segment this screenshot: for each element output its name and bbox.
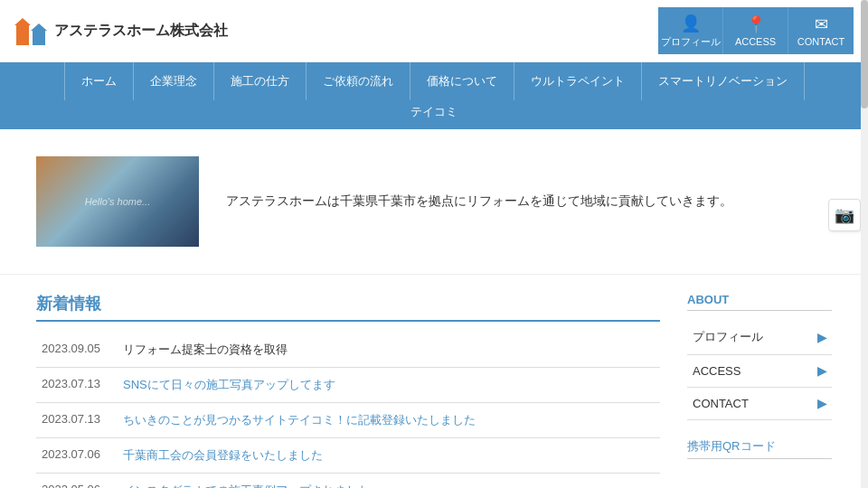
svg-rect-1 [33, 31, 45, 45]
instagram-icon: 📷 [835, 205, 854, 225]
chevron-right-icon: ▶ [817, 364, 826, 378]
hero-section: Hello's home... アステラスホームは千葉県千葉市を拠点にリフォーム… [0, 129, 868, 275]
sidebar-access-label: ACCESS [693, 364, 741, 378]
logo: アステラスホーム株式会社 [14, 14, 228, 47]
sidebar-contact-label: CONTACT [693, 397, 749, 410]
news-link[interactable]: インスタグラムでの施工事例アップされました。 [123, 483, 382, 488]
top-nav-buttons: 👤 プロフィール 📍 ACCESS ✉ CONTACT [658, 7, 854, 54]
sidebar-item-access[interactable]: ACCESS ▶ [687, 355, 832, 388]
header: アステラスホーム株式会社 👤 プロフィール 📍 ACCESS ✉ CONTACT [0, 0, 868, 62]
table-row: 2023.07.13 SNSにて日々の施工写真アップしてます [36, 368, 660, 403]
chevron-right-icon: ▶ [817, 397, 826, 410]
news-text: リフォーム提案士の資格を取得 [118, 333, 660, 368]
profile-icon: 👤 [681, 14, 701, 33]
scrollbar-thumb[interactable] [861, 0, 868, 108]
news-date: 2023.09.05 [36, 333, 118, 368]
news-date: 2023.07.13 [36, 403, 118, 438]
svg-rect-0 [16, 25, 29, 45]
nav-philosophy[interactable]: 企業理念 [134, 62, 214, 100]
contact-label: CONTACT [797, 36, 844, 47]
scrollbar-track[interactable] [861, 0, 868, 488]
sidebar-profile-label: プロフィール [693, 329, 763, 345]
table-row: 2023.07.13 ちいきのことが見つかるサイトテイコミ！に記載登録いたしまし… [36, 403, 660, 438]
chevron-right-icon: ▶ [817, 331, 826, 344]
contact-icon: ✉ [815, 14, 828, 34]
nav-ultrapaint[interactable]: ウルトラペイント [514, 62, 642, 100]
instagram-button[interactable]: 📷 [828, 199, 861, 231]
sidebar-qr: 携帯用QRコード [687, 438, 832, 459]
svg-marker-2 [14, 18, 31, 25]
table-row: 2023.05.06 インスタグラムでの施工事例アップされました。 [36, 474, 660, 489]
nav-construction[interactable]: 施工の仕方 [214, 62, 307, 100]
news-link[interactable]: 千葉商工会の会員登録をいたしました [123, 448, 323, 462]
nav-smart[interactable]: スマートリノベーション [642, 62, 805, 100]
content-wrapper: 新着情報 2023.09.05 リフォーム提案士の資格を取得 2023.07.1… [0, 275, 868, 488]
access-label: ACCESS [735, 36, 776, 47]
nav-home[interactable]: ホーム [64, 62, 134, 100]
news-title: 新着情報 [36, 293, 660, 322]
news-date: 2023.05.06 [36, 474, 118, 489]
hero-image-text: Hello's home... [85, 196, 150, 207]
profile-button[interactable]: 👤 プロフィール [658, 7, 723, 54]
sidebar-about-label: ABOUT [687, 293, 832, 311]
nav-pricing[interactable]: 価格について [410, 62, 514, 100]
sidebar-about: ABOUT プロフィール ▶ ACCESS ▶ CONTACT ▶ [687, 293, 832, 420]
news-date: 2023.07.06 [36, 438, 118, 474]
svg-marker-3 [31, 23, 47, 31]
nav-flow[interactable]: ご依頼の流れ [307, 62, 410, 100]
news-link[interactable]: ちいきのことが見つかるサイトテイコミ！に記載登録いたしました [123, 413, 476, 427]
main-content: 新着情報 2023.09.05 リフォーム提案士の資格を取得 2023.07.1… [36, 293, 660, 488]
nav-teikomi[interactable]: テイコミ [394, 100, 474, 124]
main-nav: ホーム 企業理念 施工の仕方 ご依頼の流れ 価格について ウルトラペイント スマ… [0, 62, 868, 100]
table-row: 2023.07.06 千葉商工会の会員登録をいたしました [36, 438, 660, 474]
logo-text: アステラスホーム株式会社 [54, 22, 228, 41]
contact-button[interactable]: ✉ CONTACT [788, 7, 854, 54]
access-button[interactable]: 📍 ACCESS [723, 7, 788, 54]
logo-icon [14, 14, 47, 47]
hero-text: アステラスホームは千葉県千葉市を拠点にリフォームを通じて地域に貢献していきます。 [226, 190, 732, 212]
main-nav-second: テイコミ [0, 100, 868, 129]
table-row: 2023.09.05 リフォーム提案士の資格を取得 [36, 333, 660, 368]
profile-label: プロフィール [661, 35, 721, 49]
news-link[interactable]: SNSにて日々の施工写真アップしてます [123, 378, 335, 391]
news-date: 2023.07.13 [36, 368, 118, 403]
sidebar-qr-label: 携帯用QRコード [687, 438, 832, 459]
sidebar-item-profile[interactable]: プロフィール ▶ [687, 320, 832, 355]
sidebar: ABOUT プロフィール ▶ ACCESS ▶ CONTACT ▶ 携帯用QRコ… [687, 293, 832, 488]
access-icon: 📍 [746, 14, 766, 34]
sidebar-item-contact[interactable]: CONTACT ▶ [687, 388, 832, 420]
hero-image: Hello's home... [36, 156, 199, 247]
news-table: 2023.09.05 リフォーム提案士の資格を取得 2023.07.13 SNS… [36, 333, 660, 488]
